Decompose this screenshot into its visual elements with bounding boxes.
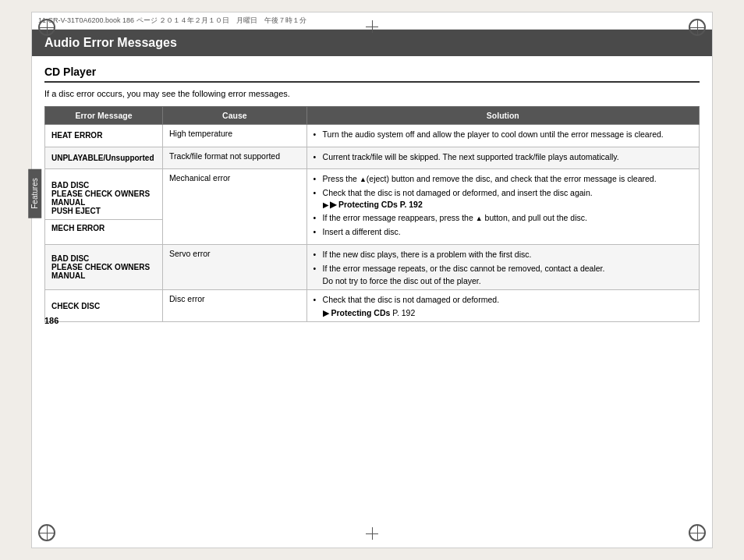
error-msg-unplayable: UNPLAYABLE/Unsupported [45, 147, 163, 169]
col-cause: Cause [163, 107, 307, 125]
ref-link: ▶ Protecting CDs P. 192 [314, 308, 693, 317]
error-msg-bad-disc-servo: BAD DISCPLEASE CHECK OWNERS MANUAL [45, 244, 163, 289]
page-number: 186 [44, 316, 58, 325]
reg-mark-tr [689, 19, 706, 36]
solution-mech: Press the ▲(eject) button and remove the… [306, 169, 699, 244]
cause-servo: Servo error [163, 244, 307, 289]
eject-icon: ▲ [360, 175, 367, 185]
table-row: UNPLAYABLE/Unsupported Track/file format… [45, 147, 700, 169]
solution-check-disc: Check that the disc is not damaged or de… [306, 290, 699, 322]
error-msg-mech: MECH ERROR [45, 220, 162, 236]
solution-item: If the error message reappears, press th… [314, 212, 693, 224]
col-solution: Solution [306, 107, 699, 125]
bottom-center-crosshair [366, 527, 378, 540]
top-center-crosshair [366, 20, 378, 33]
table-row: BAD DISCPLEASE CHECK OWNERS MANUAL Servo… [45, 244, 700, 289]
error-msg-heat: HEAT ERROR [45, 125, 163, 147]
solution-item: Turn the audio system off and allow the … [314, 129, 693, 140]
solution-unplayable: Current track/file will be skipped. The … [306, 147, 699, 169]
solution-item: Check that the disc is not damaged or de… [314, 187, 693, 210]
no-force-text: Do not try to force the disc out of the … [314, 276, 693, 285]
page-title: Audio Error Messages [32, 30, 712, 56]
solution-item: Current track/file will be skipped. The … [314, 151, 693, 163]
cause-heat: High temperature [163, 125, 307, 147]
solution-item: Insert a different disc. [314, 226, 693, 238]
solution-servo: If the new disc plays, there is a proble… [306, 244, 699, 289]
intro-text: If a disc error occurs, you may see the … [44, 89, 700, 98]
reg-mark-br [689, 524, 706, 541]
solution-item: Check that the disc is not damaged or de… [314, 294, 693, 306]
file-info-text: 11 CR-V-31T0A6200.book 186 ページ ２０１４年２月１０… [38, 16, 306, 24]
error-msg-check-disc: CHECK DISC [45, 290, 163, 322]
eject-icon: ▲ [476, 214, 483, 224]
table-header-row: Error Message Cause Solution [45, 107, 700, 125]
error-table: Error Message Cause Solution HEAT ERROR … [44, 106, 700, 322]
side-label: Features [28, 169, 41, 218]
ref-link: ▶ Protecting CDs P. 192 [323, 200, 423, 209]
reg-mark-bl [38, 524, 55, 541]
cause-mech: Mechanical error [163, 169, 307, 244]
error-msg-bad-disc-push: BAD DISCPLEASE CHECK OWNERS MANUALPUSH E… [45, 177, 162, 220]
ref-arrow-icon: ▶ [323, 308, 329, 317]
cause-disc-error: Disc error [163, 290, 307, 322]
content-area: Features CD Player If a disc error occur… [32, 56, 712, 331]
section-title: CD Player [44, 66, 700, 83]
page: 11 CR-V-31T0A6200.book 186 ページ ２０１４年２月１０… [31, 12, 713, 548]
table-row: HEAT ERROR High temperature Turn the aud… [45, 125, 700, 147]
solution-item: If the error message repeats, or the dis… [314, 263, 693, 275]
reg-mark-tl [38, 19, 55, 36]
solution-item: Press the ▲(eject) button and remove the… [314, 173, 693, 185]
solution-item: If the new disc plays, there is a proble… [314, 249, 693, 261]
cause-unplayable: Track/file format not supported [163, 147, 307, 169]
table-row: BAD DISCPLEASE CHECK OWNERS MANUALPUSH E… [45, 169, 700, 244]
table-row: CHECK DISC Disc error Check that the dis… [45, 290, 700, 322]
error-msg-bad-disc-mech: BAD DISCPLEASE CHECK OWNERS MANUALPUSH E… [45, 169, 163, 244]
col-error-message: Error Message [45, 107, 163, 125]
solution-heat: Turn the audio system off and allow the … [306, 125, 699, 147]
